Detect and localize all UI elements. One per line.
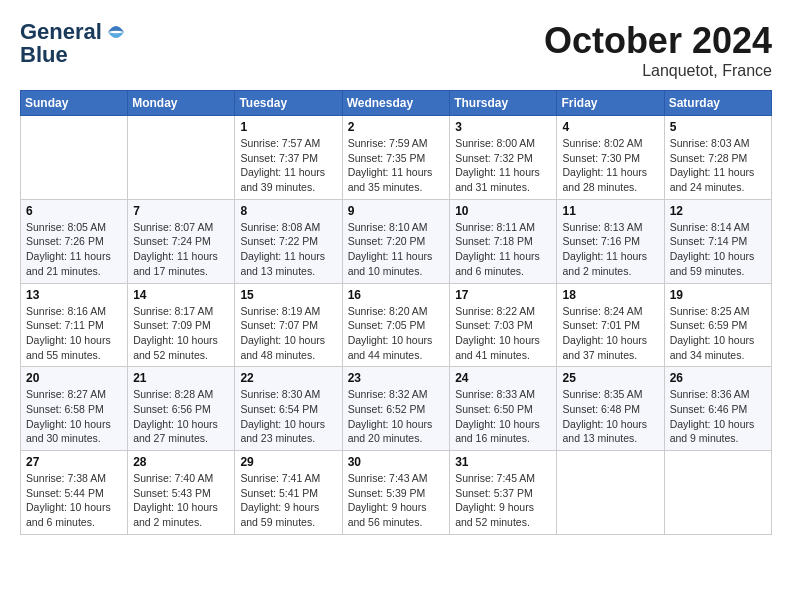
day-info: Sunrise: 7:41 AM Sunset: 5:41 PM Dayligh… <box>240 471 336 530</box>
calendar-cell: 5Sunrise: 8:03 AM Sunset: 7:28 PM Daylig… <box>664 116 771 200</box>
day-info: Sunrise: 8:08 AM Sunset: 7:22 PM Dayligh… <box>240 220 336 279</box>
calendar-cell: 24Sunrise: 8:33 AM Sunset: 6:50 PM Dayli… <box>450 367 557 451</box>
day-number: 10 <box>455 204 551 218</box>
calendar-cell: 30Sunrise: 7:43 AM Sunset: 5:39 PM Dayli… <box>342 451 450 535</box>
day-number: 26 <box>670 371 766 385</box>
calendar-week-2: 6Sunrise: 8:05 AM Sunset: 7:26 PM Daylig… <box>21 199 772 283</box>
day-number: 3 <box>455 120 551 134</box>
month-title: October 2024 <box>544 20 772 62</box>
calendar-week-5: 27Sunrise: 7:38 AM Sunset: 5:44 PM Dayli… <box>21 451 772 535</box>
weekday-header-thursday: Thursday <box>450 91 557 116</box>
day-number: 15 <box>240 288 336 302</box>
day-number: 5 <box>670 120 766 134</box>
day-number: 6 <box>26 204 122 218</box>
day-info: Sunrise: 8:14 AM Sunset: 7:14 PM Dayligh… <box>670 220 766 279</box>
logo: General Blue <box>20 20 128 66</box>
calendar-cell: 6Sunrise: 8:05 AM Sunset: 7:26 PM Daylig… <box>21 199 128 283</box>
calendar-cell: 22Sunrise: 8:30 AM Sunset: 6:54 PM Dayli… <box>235 367 342 451</box>
calendar-cell: 11Sunrise: 8:13 AM Sunset: 7:16 PM Dayli… <box>557 199 664 283</box>
calendar-week-3: 13Sunrise: 8:16 AM Sunset: 7:11 PM Dayli… <box>21 283 772 367</box>
weekday-header-friday: Friday <box>557 91 664 116</box>
day-number: 16 <box>348 288 445 302</box>
weekday-header-sunday: Sunday <box>21 91 128 116</box>
page-header: General Blue October 2024 Lanquetot, Fra… <box>20 20 772 80</box>
day-info: Sunrise: 8:13 AM Sunset: 7:16 PM Dayligh… <box>562 220 658 279</box>
weekday-header-monday: Monday <box>128 91 235 116</box>
day-info: Sunrise: 8:27 AM Sunset: 6:58 PM Dayligh… <box>26 387 122 446</box>
day-number: 21 <box>133 371 229 385</box>
weekday-header-saturday: Saturday <box>664 91 771 116</box>
day-info: Sunrise: 8:22 AM Sunset: 7:03 PM Dayligh… <box>455 304 551 363</box>
calendar-cell <box>557 451 664 535</box>
calendar-cell: 19Sunrise: 8:25 AM Sunset: 6:59 PM Dayli… <box>664 283 771 367</box>
day-number: 9 <box>348 204 445 218</box>
calendar-cell: 27Sunrise: 7:38 AM Sunset: 5:44 PM Dayli… <box>21 451 128 535</box>
day-info: Sunrise: 7:57 AM Sunset: 7:37 PM Dayligh… <box>240 136 336 195</box>
day-number: 23 <box>348 371 445 385</box>
logo-blue: Blue <box>20 44 128 66</box>
calendar-cell: 14Sunrise: 8:17 AM Sunset: 7:09 PM Dayli… <box>128 283 235 367</box>
day-number: 11 <box>562 204 658 218</box>
calendar-cell: 12Sunrise: 8:14 AM Sunset: 7:14 PM Dayli… <box>664 199 771 283</box>
calendar-cell: 1Sunrise: 7:57 AM Sunset: 7:37 PM Daylig… <box>235 116 342 200</box>
day-number: 17 <box>455 288 551 302</box>
weekday-header-row: SundayMondayTuesdayWednesdayThursdayFrid… <box>21 91 772 116</box>
day-info: Sunrise: 8:02 AM Sunset: 7:30 PM Dayligh… <box>562 136 658 195</box>
calendar-cell: 3Sunrise: 8:00 AM Sunset: 7:32 PM Daylig… <box>450 116 557 200</box>
day-number: 19 <box>670 288 766 302</box>
weekday-header-tuesday: Tuesday <box>235 91 342 116</box>
calendar-cell: 2Sunrise: 7:59 AM Sunset: 7:35 PM Daylig… <box>342 116 450 200</box>
day-number: 22 <box>240 371 336 385</box>
calendar-cell: 18Sunrise: 8:24 AM Sunset: 7:01 PM Dayli… <box>557 283 664 367</box>
day-number: 30 <box>348 455 445 469</box>
calendar-cell: 21Sunrise: 8:28 AM Sunset: 6:56 PM Dayli… <box>128 367 235 451</box>
day-number: 29 <box>240 455 336 469</box>
day-number: 8 <box>240 204 336 218</box>
calendar-cell: 25Sunrise: 8:35 AM Sunset: 6:48 PM Dayli… <box>557 367 664 451</box>
day-number: 31 <box>455 455 551 469</box>
day-number: 14 <box>133 288 229 302</box>
day-info: Sunrise: 8:17 AM Sunset: 7:09 PM Dayligh… <box>133 304 229 363</box>
day-info: Sunrise: 8:24 AM Sunset: 7:01 PM Dayligh… <box>562 304 658 363</box>
day-number: 1 <box>240 120 336 134</box>
calendar-cell: 28Sunrise: 7:40 AM Sunset: 5:43 PM Dayli… <box>128 451 235 535</box>
calendar-cell <box>21 116 128 200</box>
day-info: Sunrise: 8:36 AM Sunset: 6:46 PM Dayligh… <box>670 387 766 446</box>
day-number: 13 <box>26 288 122 302</box>
day-number: 4 <box>562 120 658 134</box>
day-info: Sunrise: 8:20 AM Sunset: 7:05 PM Dayligh… <box>348 304 445 363</box>
day-number: 27 <box>26 455 122 469</box>
calendar-cell: 29Sunrise: 7:41 AM Sunset: 5:41 PM Dayli… <box>235 451 342 535</box>
day-info: Sunrise: 8:00 AM Sunset: 7:32 PM Dayligh… <box>455 136 551 195</box>
calendar-week-1: 1Sunrise: 7:57 AM Sunset: 7:37 PM Daylig… <box>21 116 772 200</box>
calendar-week-4: 20Sunrise: 8:27 AM Sunset: 6:58 PM Dayli… <box>21 367 772 451</box>
calendar-cell: 26Sunrise: 8:36 AM Sunset: 6:46 PM Dayli… <box>664 367 771 451</box>
day-info: Sunrise: 8:16 AM Sunset: 7:11 PM Dayligh… <box>26 304 122 363</box>
calendar-cell: 20Sunrise: 8:27 AM Sunset: 6:58 PM Dayli… <box>21 367 128 451</box>
day-info: Sunrise: 8:30 AM Sunset: 6:54 PM Dayligh… <box>240 387 336 446</box>
day-info: Sunrise: 8:33 AM Sunset: 6:50 PM Dayligh… <box>455 387 551 446</box>
day-info: Sunrise: 7:43 AM Sunset: 5:39 PM Dayligh… <box>348 471 445 530</box>
calendar-cell: 4Sunrise: 8:02 AM Sunset: 7:30 PM Daylig… <box>557 116 664 200</box>
day-number: 18 <box>562 288 658 302</box>
day-info: Sunrise: 7:40 AM Sunset: 5:43 PM Dayligh… <box>133 471 229 530</box>
logo-text: General <box>20 20 128 44</box>
day-number: 24 <box>455 371 551 385</box>
day-info: Sunrise: 7:59 AM Sunset: 7:35 PM Dayligh… <box>348 136 445 195</box>
calendar-cell: 16Sunrise: 8:20 AM Sunset: 7:05 PM Dayli… <box>342 283 450 367</box>
calendar-cell: 23Sunrise: 8:32 AM Sunset: 6:52 PM Dayli… <box>342 367 450 451</box>
calendar-cell <box>128 116 235 200</box>
day-info: Sunrise: 8:03 AM Sunset: 7:28 PM Dayligh… <box>670 136 766 195</box>
calendar-cell: 10Sunrise: 8:11 AM Sunset: 7:18 PM Dayli… <box>450 199 557 283</box>
day-info: Sunrise: 8:05 AM Sunset: 7:26 PM Dayligh… <box>26 220 122 279</box>
day-info: Sunrise: 7:38 AM Sunset: 5:44 PM Dayligh… <box>26 471 122 530</box>
calendar-cell: 9Sunrise: 8:10 AM Sunset: 7:20 PM Daylig… <box>342 199 450 283</box>
calendar-cell <box>664 451 771 535</box>
calendar-cell: 17Sunrise: 8:22 AM Sunset: 7:03 PM Dayli… <box>450 283 557 367</box>
location: Lanquetot, France <box>544 62 772 80</box>
calendar-cell: 31Sunrise: 7:45 AM Sunset: 5:37 PM Dayli… <box>450 451 557 535</box>
day-number: 2 <box>348 120 445 134</box>
day-info: Sunrise: 8:28 AM Sunset: 6:56 PM Dayligh… <box>133 387 229 446</box>
calendar-cell: 7Sunrise: 8:07 AM Sunset: 7:24 PM Daylig… <box>128 199 235 283</box>
day-info: Sunrise: 8:25 AM Sunset: 6:59 PM Dayligh… <box>670 304 766 363</box>
